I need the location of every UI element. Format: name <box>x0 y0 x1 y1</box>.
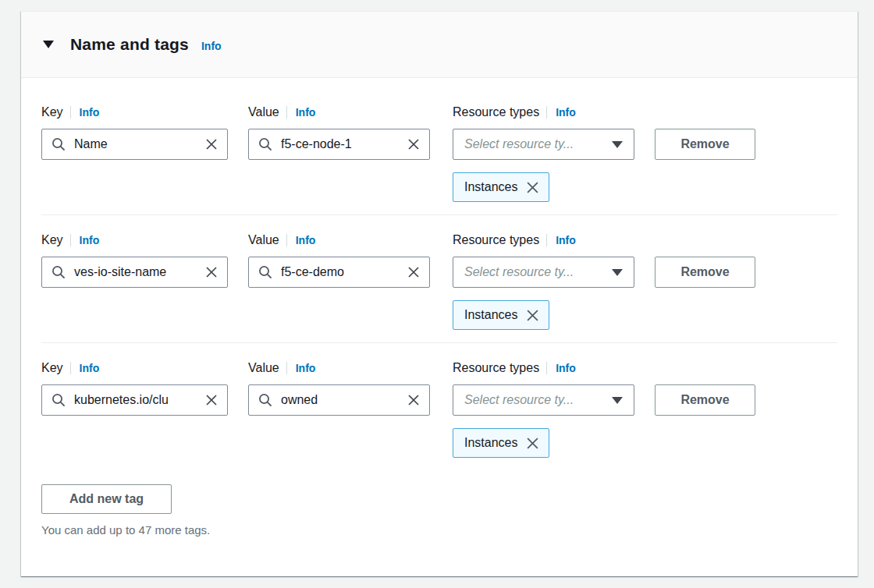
resource-types-info-link[interactable]: Info <box>556 234 576 246</box>
value-label: Value <box>248 361 279 375</box>
label-divider <box>70 362 71 374</box>
dropdown-caret-icon <box>612 397 623 404</box>
search-icon <box>52 393 66 407</box>
key-input-wrapper <box>41 257 228 288</box>
search-icon <box>258 137 272 151</box>
clear-key-icon[interactable] <box>205 394 218 406</box>
clear-value-icon[interactable] <box>407 138 420 151</box>
search-icon <box>52 265 66 279</box>
key-input[interactable] <box>74 393 199 407</box>
chip-label: Instances <box>464 436 517 450</box>
select-placeholder: Select resource ty... <box>464 265 574 279</box>
remove-tag-button[interactable]: Remove <box>655 129 755 160</box>
remove-tag-button[interactable]: Remove <box>655 257 755 288</box>
clear-value-icon[interactable] <box>407 394 420 406</box>
dropdown-caret-icon <box>612 269 623 276</box>
value-info-link[interactable]: Info <box>296 106 316 119</box>
label-divider <box>70 234 71 246</box>
clear-key-icon[interactable] <box>205 266 218 278</box>
tag-row: Key Info <box>41 104 837 215</box>
label-divider <box>286 234 287 246</box>
value-input-wrapper <box>248 257 430 288</box>
key-info-link[interactable]: Info <box>80 106 100 119</box>
resource-types-info-link[interactable]: Info <box>556 362 576 374</box>
key-info-link[interactable]: Info <box>80 234 100 246</box>
key-label: Key <box>41 233 63 247</box>
chip-label: Instances <box>464 180 517 194</box>
resource-type-chip: Instances <box>453 428 549 458</box>
resource-types-label: Resource types <box>453 361 539 375</box>
search-icon <box>258 393 272 407</box>
label-divider <box>70 106 71 119</box>
chip-label: Instances <box>464 308 517 322</box>
value-label: Value <box>248 233 279 247</box>
key-label: Key <box>41 361 63 375</box>
section-info-link[interactable]: Info <box>201 40 222 52</box>
chip-dismiss-icon[interactable] <box>526 437 539 450</box>
resource-types-label: Resource types <box>453 233 539 247</box>
search-icon <box>258 265 272 279</box>
key-info-link[interactable]: Info <box>80 362 100 374</box>
value-input[interactable] <box>281 393 401 407</box>
value-label: Value <box>248 105 279 119</box>
chip-dismiss-icon[interactable] <box>526 181 539 194</box>
key-input[interactable] <box>74 265 199 279</box>
name-and-tags-section: Name and tags Info Key Info <box>21 11 858 576</box>
section-title: Name and tags <box>70 35 189 54</box>
label-divider <box>286 362 287 374</box>
label-divider <box>546 362 547 374</box>
value-input[interactable] <box>281 137 401 151</box>
resource-types-select[interactable]: Select resource ty... <box>453 129 634 160</box>
label-divider <box>286 106 287 119</box>
resource-type-chip: Instances <box>453 172 549 202</box>
value-info-link[interactable]: Info <box>296 234 316 246</box>
add-new-tag-button[interactable]: Add new tag <box>41 484 172 514</box>
key-input-wrapper <box>41 129 228 160</box>
section-header[interactable]: Name and tags Info <box>21 12 858 78</box>
select-placeholder: Select resource ty... <box>464 137 574 151</box>
resource-types-label: Resource types <box>453 105 539 119</box>
tags-remaining-note: You can add up to 47 more tags. <box>41 523 837 537</box>
resource-type-chip: Instances <box>453 300 549 330</box>
resource-types-select[interactable]: Select resource ty... <box>453 384 634 416</box>
value-input-wrapper <box>248 129 430 160</box>
remove-tag-button[interactable]: Remove <box>655 384 755 416</box>
value-input[interactable] <box>281 265 401 279</box>
resource-types-info-link[interactable]: Info <box>556 106 576 119</box>
chip-dismiss-icon[interactable] <box>526 309 539 322</box>
search-icon <box>52 137 66 151</box>
key-input[interactable] <box>74 137 199 151</box>
select-placeholder: Select resource ty... <box>464 393 574 407</box>
section-body: Key Info <box>21 78 858 568</box>
clear-key-icon[interactable] <box>205 138 218 151</box>
label-divider <box>546 106 547 119</box>
resource-types-select[interactable]: Select resource ty... <box>453 257 634 288</box>
value-info-link[interactable]: Info <box>296 362 316 374</box>
collapse-arrow-icon[interactable] <box>43 41 54 48</box>
key-label: Key <box>41 105 63 119</box>
label-divider <box>546 234 547 246</box>
value-input-wrapper <box>248 384 430 416</box>
dropdown-caret-icon <box>612 141 623 148</box>
key-input-wrapper <box>41 384 228 416</box>
clear-value-icon[interactable] <box>407 266 420 278</box>
tag-row: Key Info <box>41 343 837 471</box>
tag-row: Key Info <box>41 215 837 343</box>
